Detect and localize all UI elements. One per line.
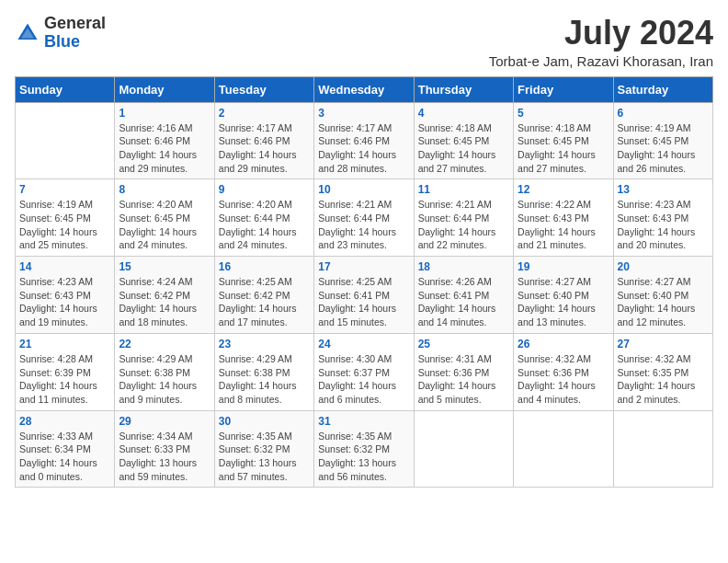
column-header-sunday: Sunday <box>16 76 115 102</box>
day-content: Sunrise: 4:26 AM Sunset: 6:41 PM Dayligh… <box>418 275 509 329</box>
day-number: 31 <box>318 415 409 428</box>
day-content: Sunrise: 4:16 AM Sunset: 6:46 PM Dayligh… <box>119 121 210 176</box>
day-content: Sunrise: 4:21 AM Sunset: 6:44 PM Dayligh… <box>418 198 509 252</box>
day-content: Sunrise: 4:18 AM Sunset: 6:45 PM Dayligh… <box>418 121 509 176</box>
logo-general: General <box>44 15 106 33</box>
day-content: Sunrise: 4:18 AM Sunset: 6:45 PM Dayligh… <box>518 121 609 176</box>
calendar-week-4: 21Sunrise: 4:28 AM Sunset: 6:39 PM Dayli… <box>16 333 713 410</box>
column-header-friday: Friday <box>514 76 613 102</box>
day-number: 30 <box>219 415 310 428</box>
day-content: Sunrise: 4:19 AM Sunset: 6:45 PM Dayligh… <box>618 121 709 176</box>
day-content: Sunrise: 4:35 AM Sunset: 6:32 PM Dayligh… <box>219 430 310 484</box>
day-number: 6 <box>618 107 709 120</box>
calendar-cell <box>514 410 613 488</box>
calendar-cell: 25Sunrise: 4:31 AM Sunset: 6:36 PM Dayli… <box>414 333 513 410</box>
calendar-cell <box>414 410 513 488</box>
calendar-cell: 3Sunrise: 4:17 AM Sunset: 6:46 PM Daylig… <box>314 102 414 179</box>
day-content: Sunrise: 4:29 AM Sunset: 6:38 PM Dayligh… <box>219 352 310 407</box>
day-number: 22 <box>119 338 210 350</box>
calendar-cell: 28Sunrise: 4:33 AM Sunset: 6:34 PM Dayli… <box>16 410 115 488</box>
calendar-cell: 26Sunrise: 4:32 AM Sunset: 6:36 PM Dayli… <box>514 333 613 410</box>
calendar-cell: 5Sunrise: 4:18 AM Sunset: 6:45 PM Daylig… <box>514 102 613 179</box>
day-number: 25 <box>418 338 509 350</box>
day-number: 11 <box>418 183 509 196</box>
day-content: Sunrise: 4:22 AM Sunset: 6:43 PM Dayligh… <box>518 198 609 252</box>
day-number: 23 <box>219 338 310 350</box>
calendar-cell: 30Sunrise: 4:35 AM Sunset: 6:32 PM Dayli… <box>214 410 313 488</box>
day-number: 18 <box>418 260 509 273</box>
logo: General Blue <box>15 15 106 52</box>
day-number: 28 <box>19 415 110 428</box>
day-content: Sunrise: 4:31 AM Sunset: 6:36 PM Dayligh… <box>418 352 509 407</box>
day-content: Sunrise: 4:23 AM Sunset: 6:43 PM Dayligh… <box>19 275 110 329</box>
day-content: Sunrise: 4:27 AM Sunset: 6:40 PM Dayligh… <box>618 275 709 329</box>
day-number: 2 <box>219 107 310 120</box>
page-header: General Blue July 2024 Torbat-e Jam, Raz… <box>15 15 713 69</box>
calendar-cell: 22Sunrise: 4:29 AM Sunset: 6:38 PM Dayli… <box>115 333 214 410</box>
calendar-cell: 16Sunrise: 4:25 AM Sunset: 6:42 PM Dayli… <box>214 257 313 334</box>
calendar-cell: 10Sunrise: 4:21 AM Sunset: 6:44 PM Dayli… <box>314 179 414 257</box>
logo-icon <box>15 20 40 46</box>
calendar-week-5: 28Sunrise: 4:33 AM Sunset: 6:34 PM Dayli… <box>16 410 713 488</box>
day-number: 19 <box>518 260 609 273</box>
calendar-cell: 11Sunrise: 4:21 AM Sunset: 6:44 PM Dayli… <box>414 179 513 257</box>
day-content: Sunrise: 4:33 AM Sunset: 6:34 PM Dayligh… <box>19 430 110 484</box>
day-number: 26 <box>518 338 609 350</box>
day-number: 29 <box>119 415 210 428</box>
column-header-monday: Monday <box>115 76 214 102</box>
day-content: Sunrise: 4:21 AM Sunset: 6:44 PM Dayligh… <box>318 198 409 252</box>
calendar-cell: 8Sunrise: 4:20 AM Sunset: 6:45 PM Daylig… <box>115 179 214 257</box>
logo-blue: Blue <box>44 33 106 52</box>
calendar-cell: 17Sunrise: 4:25 AM Sunset: 6:41 PM Dayli… <box>314 257 414 334</box>
day-content: Sunrise: 4:23 AM Sunset: 6:43 PM Dayligh… <box>618 198 709 252</box>
day-content: Sunrise: 4:17 AM Sunset: 6:46 PM Dayligh… <box>219 121 310 176</box>
calendar-cell: 9Sunrise: 4:20 AM Sunset: 6:44 PM Daylig… <box>214 179 313 257</box>
calendar-cell: 21Sunrise: 4:28 AM Sunset: 6:39 PM Dayli… <box>16 333 115 410</box>
day-content: Sunrise: 4:27 AM Sunset: 6:40 PM Dayligh… <box>518 275 609 329</box>
calendar-cell: 23Sunrise: 4:29 AM Sunset: 6:38 PM Dayli… <box>214 333 313 410</box>
day-number: 17 <box>318 260 409 273</box>
day-content: Sunrise: 4:34 AM Sunset: 6:33 PM Dayligh… <box>119 430 210 484</box>
day-content: Sunrise: 4:20 AM Sunset: 6:45 PM Dayligh… <box>119 198 210 252</box>
day-number: 10 <box>318 183 409 196</box>
day-number: 13 <box>618 183 709 196</box>
calendar-cell: 13Sunrise: 4:23 AM Sunset: 6:43 PM Dayli… <box>613 179 712 257</box>
calendar-cell: 20Sunrise: 4:27 AM Sunset: 6:40 PM Dayli… <box>613 257 712 334</box>
day-content: Sunrise: 4:24 AM Sunset: 6:42 PM Dayligh… <box>119 275 210 329</box>
column-header-saturday: Saturday <box>613 76 712 102</box>
day-number: 24 <box>318 338 409 350</box>
day-content: Sunrise: 4:35 AM Sunset: 6:32 PM Dayligh… <box>318 430 409 484</box>
day-number: 15 <box>119 260 210 273</box>
day-number: 1 <box>119 107 210 120</box>
day-number: 21 <box>19 338 110 350</box>
day-number: 9 <box>219 183 310 196</box>
day-number: 20 <box>618 260 709 273</box>
day-content: Sunrise: 4:20 AM Sunset: 6:44 PM Dayligh… <box>219 198 310 252</box>
calendar-cell <box>16 102 115 179</box>
day-content: Sunrise: 4:19 AM Sunset: 6:45 PM Dayligh… <box>19 198 110 252</box>
calendar-week-1: 1Sunrise: 4:16 AM Sunset: 6:46 PM Daylig… <box>16 102 713 179</box>
day-number: 27 <box>618 338 709 350</box>
calendar-cell: 29Sunrise: 4:34 AM Sunset: 6:33 PM Dayli… <box>115 410 214 488</box>
calendar-cell: 12Sunrise: 4:22 AM Sunset: 6:43 PM Dayli… <box>514 179 613 257</box>
calendar-cell: 14Sunrise: 4:23 AM Sunset: 6:43 PM Dayli… <box>16 257 115 334</box>
column-header-wednesday: Wednesday <box>314 76 414 102</box>
day-content: Sunrise: 4:25 AM Sunset: 6:42 PM Dayligh… <box>219 275 310 329</box>
column-header-thursday: Thursday <box>414 76 513 102</box>
calendar-cell: 4Sunrise: 4:18 AM Sunset: 6:45 PM Daylig… <box>414 102 513 179</box>
day-content: Sunrise: 4:30 AM Sunset: 6:37 PM Dayligh… <box>318 352 409 407</box>
calendar-cell: 7Sunrise: 4:19 AM Sunset: 6:45 PM Daylig… <box>16 179 115 257</box>
day-number: 12 <box>518 183 609 196</box>
title-block: July 2024 Torbat-e Jam, Razavi Khorasan,… <box>489 15 713 69</box>
calendar-cell: 24Sunrise: 4:30 AM Sunset: 6:37 PM Dayli… <box>314 333 414 410</box>
day-content: Sunrise: 4:28 AM Sunset: 6:39 PM Dayligh… <box>19 352 110 407</box>
calendar-header-row: SundayMondayTuesdayWednesdayThursdayFrid… <box>16 76 713 102</box>
calendar-cell: 15Sunrise: 4:24 AM Sunset: 6:42 PM Dayli… <box>115 257 214 334</box>
day-number: 7 <box>19 183 110 196</box>
calendar-cell: 1Sunrise: 4:16 AM Sunset: 6:46 PM Daylig… <box>115 102 214 179</box>
day-content: Sunrise: 4:25 AM Sunset: 6:41 PM Dayligh… <box>318 275 409 329</box>
day-number: 8 <box>119 183 210 196</box>
calendar-cell: 18Sunrise: 4:26 AM Sunset: 6:41 PM Dayli… <box>414 257 513 334</box>
calendar-cell: 6Sunrise: 4:19 AM Sunset: 6:45 PM Daylig… <box>613 102 712 179</box>
day-number: 14 <box>19 260 110 273</box>
